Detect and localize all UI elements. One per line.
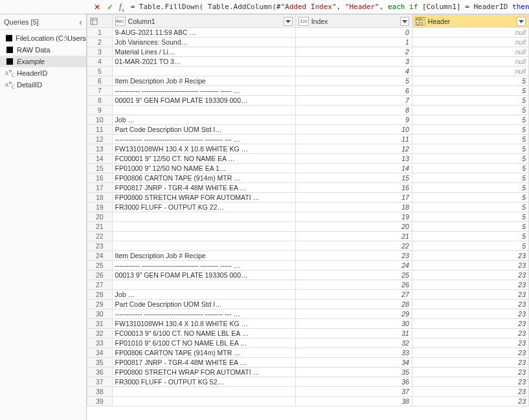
cell-column1[interactable]: 00013 9" GEN FOAM PLATE 193305 000… [112, 271, 295, 280]
cell-column1[interactable] [112, 241, 295, 251]
table-row[interactable]: 29 Part Code Description UOM Std I…2823 [87, 300, 529, 309]
row-number[interactable]: 7 [87, 86, 113, 96]
row-number[interactable]: 10 [87, 115, 113, 125]
datatype-any-icon[interactable]: ABC123 [415, 17, 425, 26]
cell-column1[interactable] [112, 280, 295, 290]
cell-index[interactable]: 11 [295, 135, 412, 144]
cell-header[interactable]: 5 [412, 144, 528, 154]
table-row[interactable]: 393823 [87, 397, 529, 406]
cell-header[interactable]: 5 [412, 241, 528, 251]
row-number[interactable]: 1 [87, 28, 113, 38]
cell-header[interactable]: 5 [412, 193, 528, 203]
cell-index[interactable]: 7 [295, 96, 412, 105]
table-row[interactable]: 272623 [87, 280, 529, 290]
query-item[interactable]: FileLocation (C:\Users\lisde... [0, 32, 86, 44]
cell-header[interactable]: 5 [412, 232, 528, 241]
cell-index[interactable]: 29 [295, 309, 412, 319]
sidebar-collapse-button[interactable]: ‹ [79, 17, 82, 27]
cell-header[interactable]: 23 [412, 377, 528, 387]
cell-column1[interactable]: Material Lines / Li… [112, 47, 295, 57]
cell-index[interactable]: 9 [295, 115, 412, 125]
cell-header[interactable]: 5 [412, 183, 528, 193]
cell-header[interactable]: 5 [412, 76, 528, 86]
cell-header[interactable]: 5 [412, 115, 528, 125]
table-row[interactable]: 33 FP01010 9" 6/100 CT NO NAME LBL EA …3… [87, 338, 529, 348]
cell-column1[interactable]: 00001 9" GEN FOAM PLATE 193309 000… [112, 96, 295, 105]
table-row[interactable]: 36 FP00800 STRETCH WRAP FOR AUTOMATI …35… [87, 368, 529, 377]
cell-index[interactable]: 35 [295, 368, 412, 377]
cell-index[interactable]: 4 [295, 67, 412, 76]
cell-index[interactable]: 36 [295, 377, 412, 387]
cell-header[interactable]: 5 [412, 135, 528, 144]
cell-header[interactable]: 23 [412, 290, 528, 300]
row-number[interactable]: 16 [87, 173, 113, 183]
table-row[interactable]: 15 FP01000 9" 12/50 NO NAME EA 1…145 [87, 164, 529, 173]
table-row[interactable]: 31 FW1310108WH 130.4 X 10.8 WHITE KG …30… [87, 319, 529, 329]
table-row[interactable]: 24Item Description Job # Recipe2323 [87, 251, 529, 261]
table-row[interactable]: 2600013 9" GEN FOAM PLATE 193305 000…252… [87, 271, 529, 280]
cell-header[interactable]: 23 [412, 397, 528, 406]
cell-header[interactable]: 23 [412, 309, 528, 319]
column-filter-dropdown[interactable] [284, 17, 293, 26]
cell-index[interactable]: 27 [295, 290, 412, 300]
cell-column1[interactable]: Job Variances: Sound… [112, 38, 295, 47]
cell-header[interactable]: 5 [412, 154, 528, 164]
row-number[interactable]: 32 [87, 329, 113, 338]
table-row[interactable]: 12 ------------ ------------------------… [87, 135, 529, 144]
cell-column1[interactable]: FR3000 FLUFF - OUTPUT KG 52… [112, 377, 295, 387]
cell-column1[interactable] [112, 222, 295, 232]
row-number[interactable]: 11 [87, 125, 113, 135]
cell-header[interactable]: null [412, 67, 528, 76]
row-number[interactable]: 5 [87, 67, 113, 76]
row-number[interactable]: 18 [87, 193, 113, 203]
cell-index[interactable]: 15 [295, 173, 412, 183]
table-row[interactable]: 383723 [87, 387, 529, 397]
row-number[interactable]: 27 [87, 280, 113, 290]
table-row[interactable]: 23225 [87, 241, 529, 251]
datatype-number-icon[interactable]: 123 [298, 17, 309, 26]
row-number[interactable]: 28 [87, 290, 113, 300]
cell-index[interactable]: 25 [295, 271, 412, 280]
column-header-index[interactable]: 123 Index [295, 15, 412, 28]
cell-column1[interactable]: 9-AUG-2021 11:59 ABC … [112, 28, 295, 38]
table-row[interactable]: 4 01-MAR-2021 TO 3…3null [87, 57, 529, 67]
row-number[interactable]: 33 [87, 338, 113, 348]
row-number[interactable]: 20 [87, 212, 113, 222]
cell-index[interactable]: 22 [295, 241, 412, 251]
cell-column1[interactable]: Item Description Job # Recipe [112, 76, 295, 86]
query-item[interactable]: Example [0, 56, 86, 67]
table-row[interactable]: 985 [87, 105, 529, 115]
row-number[interactable]: 35 [87, 358, 113, 368]
cell-column1[interactable]: FP00806 CARTON TAPE (914m) MTR … [112, 173, 295, 183]
cell-index[interactable]: 38 [295, 397, 412, 406]
cell-index[interactable]: 26 [295, 280, 412, 290]
cell-index[interactable]: 18 [295, 203, 412, 212]
row-number[interactable]: 24 [87, 251, 113, 261]
cell-index[interactable]: 8 [295, 105, 412, 115]
row-number[interactable]: 13 [87, 144, 113, 154]
table-row[interactable]: 7----------- ------------------------- -… [87, 86, 529, 96]
table-row[interactable]: 22215 [87, 232, 529, 241]
table-row[interactable]: 35 FP00817 JNRP - TGR-4 48M WHITE EA …34… [87, 358, 529, 368]
row-number[interactable]: 25 [87, 261, 113, 271]
cell-index[interactable]: 10 [295, 125, 412, 135]
table-row[interactable]: 32 FC00013 9" 6/100 CT. NO NAME LBL EA …… [87, 329, 529, 338]
select-all-corner[interactable] [87, 15, 113, 28]
cell-index[interactable]: 1 [295, 38, 412, 47]
cell-column1[interactable]: ----------- ------------------------- --… [112, 261, 295, 271]
cell-column1[interactable] [112, 105, 295, 115]
cell-column1[interactable]: Job … [112, 290, 295, 300]
cell-header[interactable]: null [412, 38, 528, 47]
cell-header[interactable]: 23 [412, 261, 528, 271]
cell-index[interactable]: 32 [295, 338, 412, 348]
cell-index[interactable]: 23 [295, 251, 412, 261]
row-number[interactable]: 15 [87, 164, 113, 173]
table-row[interactable]: 21205 [87, 222, 529, 232]
cell-index[interactable]: 24 [295, 261, 412, 271]
row-number[interactable]: 23 [87, 241, 113, 251]
row-number[interactable]: 37 [87, 377, 113, 387]
query-item[interactable]: ABCDetailID [0, 79, 86, 91]
query-item[interactable]: ABCHeaderID [0, 67, 86, 79]
row-number[interactable]: 21 [87, 222, 113, 232]
table-row[interactable]: 25----------- ------------------------- … [87, 261, 529, 271]
